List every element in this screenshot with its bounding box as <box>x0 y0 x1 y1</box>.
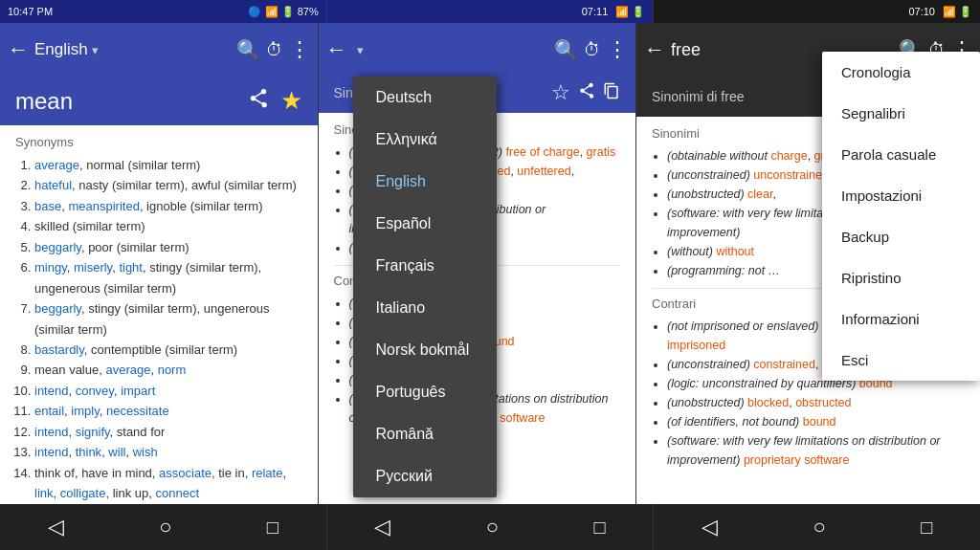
nav-home-p2[interactable]: ○ <box>486 515 499 539</box>
nav-recents-p1[interactable]: □ <box>267 517 278 539</box>
dropdown-item-espanol[interactable]: Español <box>353 203 497 245</box>
back-button-p1[interactable]: ← <box>8 37 29 62</box>
time-panel3: 07:10 <box>908 6 935 17</box>
list-item: beggarly, poor (similar term) <box>34 237 302 257</box>
list-item: hateful, nasty (similar term), awful (si… <box>34 175 302 195</box>
dropdown-item-italiano[interactable]: Italiano <box>353 287 497 329</box>
panel-1: ← English ▾ 🔍 ⏱ ⋮ mean ★ Synonyms <box>0 23 319 504</box>
content-p1: Synonyms average, normal (similar term) … <box>0 125 318 504</box>
panel2-toolbar: ← ▾ 🔍 ⏱ ⋮ <box>319 23 636 77</box>
word-bar-p1: mean ★ <box>0 77 318 125</box>
language-label-p1: English <box>34 40 88 59</box>
history-icon-p2[interactable]: ⏱ <box>584 40 601 60</box>
list-item: mean value, average, norm <box>34 360 302 380</box>
list-item: intend, convey, impart <box>34 381 302 401</box>
list-item: mingy, miserly, tight, stingy (similar t… <box>34 257 302 298</box>
menu-item-cronologia[interactable]: Cronologia <box>822 52 980 93</box>
dropdown-arrow-p2: ▾ <box>357 43 364 57</box>
copy-icon-p2[interactable] <box>603 82 620 104</box>
nav-recents-p3[interactable]: □ <box>921 517 932 539</box>
dropdown-arrow-p1: ▾ <box>92 43 99 57</box>
back-button-p2[interactable]: ← <box>326 37 347 62</box>
status-bar-panel2: 07:11 📶 🔋 <box>326 0 654 23</box>
status-bar-panel1: 10:47 PM 🔵 📶 🔋 87% <box>0 0 326 23</box>
dropdown-item-english[interactable]: English <box>353 161 497 203</box>
list-item: bastardly, contemptible (similar term) <box>34 340 302 360</box>
dropdown-item-norsk[interactable]: Norsk bokmål <box>353 329 497 371</box>
share-icon-p1[interactable] <box>248 88 269 114</box>
search-icon-p2[interactable]: 🔍 <box>554 38 578 61</box>
star-icon-p1[interactable]: ★ <box>280 86 302 116</box>
synonyms-list-p1: average, normal (similar term) hateful, … <box>15 155 302 503</box>
more-icon-p2[interactable]: ⋮ <box>607 37 628 62</box>
menu-item-backup[interactable]: Backup <box>822 216 980 257</box>
history-icon-p1[interactable]: ⏱ <box>266 40 283 60</box>
list-item: intend, signify, stand for <box>34 422 302 442</box>
language-dropdown-p2[interactable]: Deutsch Ελληνικά English Español Françai… <box>353 77 497 497</box>
nav-section-p2: ◁ ○ □ <box>327 504 655 550</box>
context-menu-p3[interactable]: Cronologia Segnalibri Parola casuale Imp… <box>822 52 980 381</box>
dropdown-item-deutsch[interactable]: Deutsch <box>353 77 497 119</box>
status-bar-panel3: 07:10 📶 🔋 <box>653 0 980 23</box>
list-item: base, meanspirited, ignoble (similar ter… <box>34 196 302 216</box>
status-icons-panel3: 📶 🔋 <box>943 6 972 18</box>
dropdown-item-russian[interactable]: Русский <box>353 455 497 497</box>
list-item: entail, imply, necessitate <box>34 401 302 421</box>
nav-back-p1[interactable]: ◁ <box>48 515 64 539</box>
menu-item-ripristino[interactable]: Ripristino <box>822 257 980 298</box>
time-panel2: 07:11 <box>582 6 609 17</box>
search-icon-p1[interactable]: 🔍 <box>236 38 260 61</box>
panel-2: ← ▾ 🔍 ⏱ ⋮ Sinonimi ☆ <box>319 23 637 504</box>
bookmark-icon-p2[interactable]: ☆ <box>551 80 570 105</box>
dropdown-item-romana[interactable]: Română <box>353 413 497 455</box>
dropdown-item-greek[interactable]: Ελληνικά <box>353 119 497 161</box>
more-icon-p1[interactable]: ⋮ <box>289 37 310 62</box>
nav-back-p3[interactable]: ◁ <box>702 515 718 539</box>
menu-item-impostazioni[interactable]: Impostazioni <box>822 175 980 216</box>
nav-section-p1: ◁ ○ □ <box>0 504 327 550</box>
menu-item-segnalibri[interactable]: Segnalibri <box>822 93 980 134</box>
status-icons-panel2: 📶 🔋 <box>615 6 645 18</box>
time-panel1: 10:47 PM <box>8 6 248 17</box>
list-item: think of, have in mind, associate, tie i… <box>34 463 302 504</box>
dropdown-item-portugues[interactable]: Português <box>353 371 497 413</box>
list-item: average, normal (similar term) <box>34 155 302 175</box>
share-icon-p2[interactable] <box>578 82 595 104</box>
dropdown-item-francais[interactable]: Français <box>353 245 497 287</box>
menu-item-esci[interactable]: Esci <box>822 340 980 381</box>
nav-section-p3: ◁ ○ □ <box>654 504 980 550</box>
panel-3: ← 🔍 ⏱ ⋮ Sinonimi di free ☆ Cronologia Se… <box>636 23 980 504</box>
nav-recents-p2[interactable]: □ <box>594 517 606 539</box>
language-selector-p1[interactable]: English ▾ <box>34 40 231 59</box>
list-item: (software: with very few limitations on … <box>667 431 965 470</box>
list-item: skilled (similar term) <box>34 216 302 236</box>
list-item: (unobstructed) blocked, obstructed <box>667 393 965 412</box>
back-button-p3[interactable]: ← <box>644 37 665 62</box>
panel1-toolbar: ← English ▾ 🔍 ⏱ ⋮ <box>0 23 318 77</box>
status-icons-panel1: 🔵 📶 🔋 87% <box>248 6 318 18</box>
menu-item-parola-casuale[interactable]: Parola casuale <box>822 134 980 175</box>
nav-home-p1[interactable]: ○ <box>159 515 171 539</box>
nav-home-p3[interactable]: ○ <box>813 515 825 539</box>
language-selector-p2[interactable]: ▾ <box>353 43 549 57</box>
menu-item-informazioni[interactable]: Informazioni <box>822 298 980 340</box>
list-item: beggarly, stingy (similar term), ungener… <box>34 298 302 340</box>
nav-back-p2[interactable]: ◁ <box>374 515 390 539</box>
synonyms-label-p1: Synonyms <box>15 135 302 149</box>
word-title-p1: mean <box>15 88 248 115</box>
list-item: (of identifiers, not bound) bound <box>667 412 965 431</box>
list-item: intend, think, will, wish <box>34 442 302 462</box>
